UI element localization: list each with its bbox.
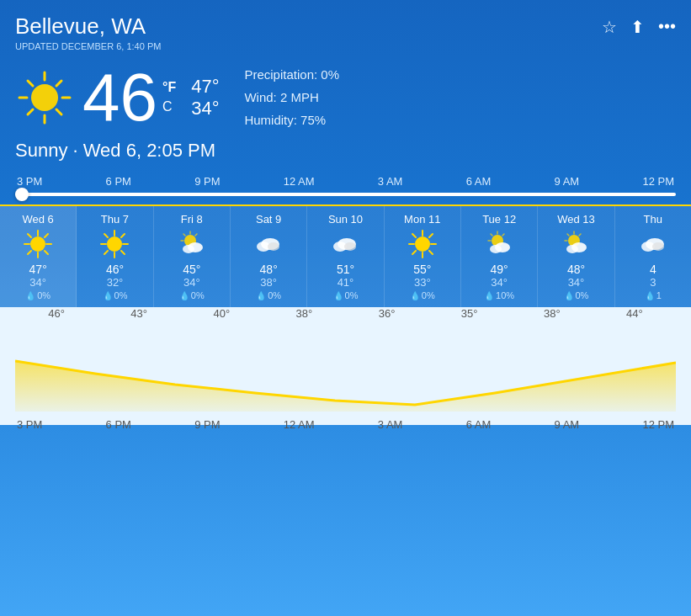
precip-value: 0%	[268, 290, 281, 300]
more-icon[interactable]: •••	[658, 17, 676, 37]
day-card[interactable]: Wed 6 47° 34° 💧 0%	[0, 206, 77, 307]
drop-icon: 💧	[103, 291, 113, 300]
day-precip: 💧 0%	[80, 290, 149, 300]
day-label: Fri 8	[157, 213, 226, 226]
day-precip: 💧 0%	[234, 290, 303, 300]
day-lo: 34°	[541, 276, 610, 289]
drop-icon: 💧	[25, 291, 35, 300]
day-label: Wed 6	[3, 213, 72, 226]
svg-line-48	[412, 251, 416, 254]
svg-marker-66	[15, 361, 676, 412]
day-precip: 💧 1	[619, 290, 688, 300]
sun-icon-large	[15, 68, 74, 127]
svg-point-33	[183, 245, 194, 253]
current-weather: 46 °F C 47° 34° Precipitation: 0% Wind: …	[0, 55, 691, 136]
precip-value: 0%	[37, 290, 50, 300]
day-card[interactable]: Sat 9 48° 38° 💧 0%	[231, 206, 307, 307]
precip-value: 1	[656, 290, 662, 300]
unit-switch[interactable]: °F C	[162, 78, 176, 116]
day-card[interactable]: Sun 10 51° 41° 💧 0%	[307, 206, 384, 307]
day-icon	[484, 229, 514, 259]
day-icon	[23, 229, 53, 259]
day-card[interactable]: Wed 13 48° 34° 💧 0%	[538, 206, 614, 307]
chart-time-3am: 3 AM	[378, 418, 403, 431]
unit-f[interactable]: °F	[162, 78, 176, 97]
day-lo: 34°	[157, 276, 226, 289]
share-icon[interactable]: ⬆	[630, 17, 645, 37]
day-card[interactable]: Thu 7 46° 32° 💧 0%	[77, 206, 153, 307]
updated-time: UPDATED DECEMBER 6, 1:40 PM	[15, 41, 161, 51]
svg-line-46	[429, 251, 433, 254]
svg-line-6	[56, 109, 61, 114]
day-lo: 34°	[465, 276, 534, 289]
day-icon	[638, 229, 668, 259]
hourly-timeline: 3 PM 6 PM 9 PM 12 AM 3 AM 6 AM 9 AM 12 P…	[0, 170, 691, 196]
day-card[interactable]: Fri 8 45° 34° 💧 0%	[154, 206, 231, 307]
time-6pm: 6 PM	[106, 175, 131, 188]
chart-time-6am: 6 AM	[466, 418, 492, 431]
header: Bellevue, WA UPDATED DECEMBER 6, 1:40 PM…	[0, 0, 691, 55]
day-lo: 32°	[80, 276, 149, 289]
chart-time-12pm: 12 PM	[642, 418, 674, 431]
day-label: Tue 12	[465, 213, 534, 226]
day-precip: 💧 0%	[157, 290, 226, 300]
precip-value: 10%	[496, 290, 514, 300]
timeline-bar[interactable]	[15, 193, 676, 196]
svg-line-52	[491, 234, 492, 236]
city-name: Bellevue, WA	[15, 13, 161, 40]
time-9pm: 9 PM	[194, 175, 220, 188]
chart-temp-label: 40°	[180, 307, 263, 320]
drop-icon: 💧	[564, 291, 574, 300]
time-3am: 3 AM	[378, 175, 403, 188]
day-label: Thu	[619, 213, 688, 226]
unit-c[interactable]: C	[162, 98, 176, 116]
day-icon	[330, 229, 360, 259]
day-card[interactable]: Tue 12 49° 34° 💧 10%	[461, 206, 538, 307]
svg-line-26	[104, 251, 108, 254]
precip-value: 0%	[345, 290, 359, 300]
svg-point-65	[652, 242, 664, 251]
day-icon	[253, 229, 284, 259]
drop-icon: 💧	[256, 291, 266, 300]
weather-app: Bellevue, WA UPDATED DECEMBER 6, 1:40 PM…	[0, 0, 691, 616]
day-lo: 38°	[234, 276, 303, 289]
svg-line-23	[104, 234, 108, 237]
day-lo: 34°	[3, 276, 72, 289]
time-12am: 12 AM	[284, 175, 315, 188]
hourly-times: 3 PM 6 PM 9 PM 12 AM 3 AM 6 AM 9 AM 12 P…	[15, 175, 676, 188]
svg-line-47	[429, 234, 433, 237]
chart-temp-labels: 46°43°40°38°36°35°38°44°	[15, 307, 676, 320]
svg-line-60	[579, 234, 581, 236]
svg-line-8	[28, 109, 33, 114]
precip-value: 0%	[576, 290, 589, 300]
daily-forecast: Wed 6 47° 34° 💧 0% Thu 7	[0, 204, 691, 307]
svg-line-45	[412, 234, 416, 237]
day-lo: 41°	[311, 276, 380, 289]
wind-detail: Wind: 2 MPH	[244, 86, 339, 109]
svg-point-40	[415, 236, 430, 252]
chart-time-6pm: 6 PM	[106, 418, 131, 431]
day-card[interactable]: Thu 4 3 💧 1	[615, 206, 691, 307]
chart-temp-label: 38°	[511, 307, 593, 320]
day-hi: 45°	[157, 263, 226, 276]
day-hi: 55°	[388, 263, 457, 276]
day-label: Mon 11	[388, 213, 457, 226]
svg-point-18	[107, 236, 122, 252]
precip-value: 0%	[191, 290, 205, 300]
day-hi: 47°	[3, 263, 72, 276]
day-lo: 3	[619, 276, 688, 289]
timeline-handle[interactable]	[15, 188, 29, 201]
day-card[interactable]: Mon 11 55° 33° 💧 0%	[385, 206, 461, 307]
weather-details: Precipitation: 0% Wind: 2 MPH Humidity: …	[244, 63, 339, 131]
chart-bottom-times: 3 PM 6 PM 9 PM 12 AM 3 AM 6 AM 9 AM 12 P…	[15, 415, 676, 431]
svg-line-25	[121, 234, 125, 237]
chart-time-3pm: 3 PM	[17, 418, 42, 431]
svg-line-15	[45, 251, 48, 254]
day-hi: 46°	[80, 263, 149, 276]
svg-point-62	[566, 245, 578, 253]
star-icon[interactable]: ☆	[602, 17, 617, 37]
svg-line-31	[195, 234, 197, 236]
day-label: Sat 9	[234, 213, 303, 226]
time-3pm: 3 PM	[17, 175, 42, 188]
time-9am: 9 AM	[555, 175, 580, 188]
